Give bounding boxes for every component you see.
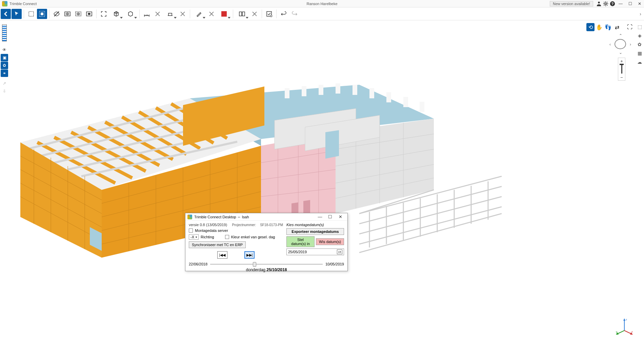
clip-plane-button[interactable] [163, 9, 177, 19]
undo-button[interactable] [279, 9, 289, 19]
svg-rect-22 [239, 12, 242, 16]
compare-button[interactable] [235, 9, 249, 19]
clear-markup-button[interactable] [206, 9, 217, 19]
dialog-title: Trimble Connect Desktop ↔ Isah [194, 215, 315, 219]
montagedata-label: Montagedata server [195, 228, 228, 233]
calendar-icon[interactable]: 15 [337, 250, 342, 254]
date-value: 25/05/2019 [288, 250, 307, 254]
dialog-titlebar[interactable]: Trimble Connect Desktop ↔ Isah — ☐ ✕ [185, 213, 347, 221]
svg-line-87 [359, 207, 502, 244]
hide-button[interactable] [52, 9, 62, 19]
clear-clip-button[interactable] [178, 9, 188, 19]
svg-rect-104 [386, 92, 391, 102]
dialog-version: versie 0.8 (13/05/2019) [189, 223, 227, 227]
color-picker-button[interactable] [217, 9, 231, 19]
svg-rect-6 [41, 13, 43, 15]
collapse-panel-button[interactable] [1, 9, 11, 19]
walk-tool-icon[interactable]: 👣 [604, 23, 612, 31]
area-select-button[interactable] [37, 9, 47, 19]
slider-thumb[interactable] [253, 262, 256, 267]
gear-icon[interactable] [603, 1, 609, 7]
main-toolbar: + › [0, 7, 644, 20]
svg-line-114 [617, 331, 624, 334]
current-date: 25/10/2018 [266, 267, 287, 272]
redo-button[interactable] [289, 9, 300, 19]
stel-button[interactable]: Stel datum(s) in [286, 236, 315, 247]
dialog-minimize-icon[interactable]: — [315, 214, 325, 219]
3d-viewport[interactable]: z x y [0, 20, 644, 339]
show-only-area-button[interactable] [73, 9, 83, 19]
down-panel-icon[interactable]: ⇩ [1, 87, 8, 95]
montagedata-checkbox[interactable] [189, 228, 193, 233]
export-button[interactable]: Exporteer montagedatums [286, 228, 344, 235]
eye-panel-icon[interactable]: 👁 [1, 46, 8, 54]
svg-text:?: ? [611, 1, 614, 5]
prev-date-button[interactable]: |◀◀ [217, 251, 227, 259]
wis-button[interactable]: Wis datum(s) [316, 238, 344, 245]
orbit-widget[interactable]: ⌃⌄‹› [610, 34, 630, 54]
zoom-out-icon[interactable]: − [618, 74, 625, 80]
app-name: Trimble Connect [9, 2, 37, 6]
svg-rect-100 [319, 85, 323, 95]
window-maximize-icon[interactable]: ☐ [626, 1, 635, 7]
app-logo-icon [2, 1, 7, 6]
kies-label: Kies montagedatum(s) [286, 223, 344, 227]
svg-marker-109 [325, 130, 339, 159]
link-panel-icon[interactable]: ⚭ [1, 69, 8, 77]
expand-right-icon[interactable]: › [640, 11, 643, 17]
tape-measure-icon[interactable] [2, 24, 7, 41]
next-date-button[interactable]: ▶▶| [244, 251, 255, 259]
pan-tool-icon[interactable]: ✋ [595, 23, 603, 31]
zoom-widget[interactable]: + − [618, 58, 625, 81]
svg-line-7 [54, 12, 59, 16]
orbit-tool-icon[interactable]: ⟲ [586, 23, 595, 31]
gear-panel-icon[interactable]: ✿ [1, 62, 8, 69]
new-version-button[interactable]: New version available! [550, 1, 593, 6]
image-side-icon[interactable]: ▦ [636, 49, 643, 57]
measure-button[interactable] [142, 9, 152, 19]
cube-side-icon[interactable]: ⬚ [636, 23, 643, 31]
svg-marker-111 [623, 318, 625, 321]
zoom-handle-icon[interactable] [621, 65, 622, 74]
todo-button[interactable]: + [264, 9, 274, 19]
project-label: Projectnummer: [232, 223, 256, 227]
arrow-panel-icon[interactable]: ↗ [1, 80, 8, 87]
svg-rect-4 [29, 12, 34, 16]
sync-button[interactable]: Synchroniseer met TC en ERP [189, 241, 246, 248]
svg-point-0 [598, 1, 600, 3]
window-minimize-icon[interactable]: — [616, 1, 625, 7]
user-icon[interactable] [596, 1, 602, 7]
layers-side-icon[interactable]: ◈ [636, 32, 643, 39]
select-tool-button[interactable] [12, 9, 22, 19]
date-input[interactable]: 25/05/2019 15 [286, 248, 344, 255]
right-tool-panel: ⬚ ◈ ✿ ▦ ☁ [636, 23, 643, 66]
markup-button[interactable] [192, 9, 206, 19]
cloud-side-icon[interactable]: ☁ [636, 58, 643, 66]
look-tool-icon[interactable]: ⇄ [613, 23, 621, 31]
show-only-button[interactable] [62, 9, 73, 19]
slider-start: 22/06/2018 [189, 262, 207, 266]
kleur-checkbox[interactable] [225, 235, 229, 239]
nav-tools: ⟲ ✋ 👣 ⇄ ⛶ [586, 23, 634, 31]
zoom-in-icon[interactable]: + [618, 58, 625, 64]
model-view-button[interactable] [109, 9, 123, 19]
svg-rect-102 [353, 85, 357, 95]
box-select-button[interactable] [26, 9, 36, 19]
dialog-close-icon[interactable]: ✕ [335, 214, 345, 219]
date-slider[interactable] [210, 264, 323, 265]
svg-rect-98 [285, 88, 289, 98]
richting-select[interactable]: -X▾ [189, 234, 199, 240]
dialog-maximize-icon[interactable]: ☐ [325, 214, 335, 219]
axis-gizmo-icon[interactable]: z x y [615, 317, 634, 336]
help-icon[interactable]: ? [609, 1, 616, 7]
fullscreen-tool-icon[interactable]: ⛶ [626, 23, 634, 31]
show-all-button[interactable] [84, 9, 94, 19]
fit-view-button[interactable] [99, 9, 109, 19]
settings-side-icon[interactable]: ✿ [636, 41, 643, 48]
svg-text:x: x [631, 330, 633, 333]
box-panel-icon[interactable]: ▣ [1, 54, 8, 61]
clear-measure-button[interactable] [153, 9, 163, 19]
cube-view-button[interactable] [124, 9, 137, 19]
window-close-icon[interactable]: ✕ [635, 1, 644, 7]
clear-compare-button[interactable] [249, 9, 260, 19]
